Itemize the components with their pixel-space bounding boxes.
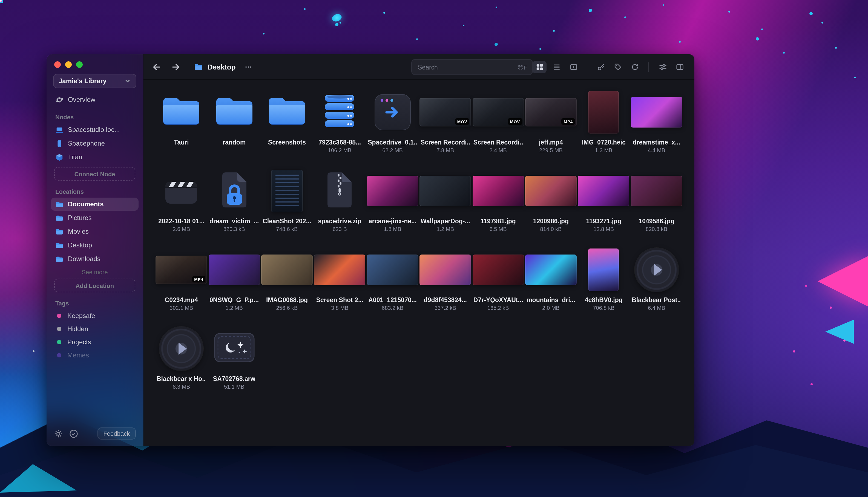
key-button[interactable] [594, 60, 608, 73]
sidebar-item-node[interactable]: Spacestudio.loc... [51, 123, 139, 136]
sidebar-item-node[interactable]: Titan [51, 151, 139, 164]
back-button[interactable] [151, 61, 162, 72]
sidebar-item-tag[interactable]: Keepsafe [51, 309, 139, 322]
laptop-icon [55, 126, 64, 134]
file-item[interactable]: D7r-YQoXYAUt...165.2 kB [473, 246, 523, 311]
file-item[interactable]: A001_1215070...683.2 kB [368, 246, 417, 311]
wallpaper-splash [331, 13, 342, 23]
library-switcher[interactable]: Jamie's Library [53, 74, 136, 88]
file-item[interactable]: 1193271.jpg12.8 MB [579, 168, 628, 232]
file-thumbnail [214, 89, 254, 136]
search-input[interactable] [417, 63, 514, 71]
minimize-button[interactable] [65, 61, 72, 68]
file-thumbnail [419, 168, 471, 215]
sidebar-item-location[interactable]: Movies [51, 225, 139, 238]
image-thumbnail [631, 97, 682, 128]
audio-thumbnail [635, 248, 678, 292]
layout-sidebar-button[interactable] [672, 60, 687, 73]
file-item[interactable]: IMG_0720.heic1.3 MB [579, 89, 628, 153]
sidebar-item-location[interactable]: Documents [51, 198, 139, 211]
filters-button[interactable] [656, 60, 670, 73]
file-thumbnail [159, 325, 203, 372]
see-more[interactable]: See more [46, 269, 143, 275]
file-thumbnail [261, 246, 313, 293]
sidebar-item-location[interactable]: Downloads [51, 252, 139, 266]
tag-label: Hidden [67, 325, 88, 332]
file-item[interactable]: arcane-jinx-ne...1.8 MB [368, 168, 417, 232]
zip-file-icon [325, 171, 354, 211]
feedback-button[interactable]: Feedback [97, 427, 136, 440]
sidebar-item-tag[interactable]: Hidden [51, 322, 139, 335]
image-thumbnail [588, 248, 619, 291]
close-button[interactable] [54, 61, 61, 68]
file-item[interactable]: mountains_dri...2.0 MB [526, 246, 576, 311]
more-options-button[interactable] [243, 63, 254, 71]
file-item[interactable]: Blackbear x Ho...8.3 MB [157, 325, 206, 390]
file-item[interactable]: IMAG0068.jpg256.6 kB [262, 246, 312, 311]
file-item[interactable]: spacedrive.zip623 B [315, 168, 364, 232]
file-item[interactable]: 1200986.jpg814.0 kB [526, 168, 576, 232]
search-box[interactable]: ⌘F [411, 59, 533, 75]
file-name: dreamstime_x... [633, 139, 681, 146]
add-location-button[interactable]: Add Location [54, 279, 135, 292]
forward-button[interactable] [170, 61, 181, 72]
location-label: Movies [68, 228, 89, 236]
file-item[interactable]: Blackbear Post...6.4 MB [632, 246, 681, 311]
zoom-button[interactable] [76, 61, 83, 68]
sidebar-item-tag[interactable]: Projects [51, 336, 139, 348]
file-item[interactable]: random [209, 89, 259, 153]
list-view-button[interactable] [549, 60, 563, 73]
tag-button[interactable] [611, 60, 625, 73]
file-size: 51.1 MB [224, 384, 244, 390]
file-thumbnail [525, 246, 577, 293]
sidebar-item-node[interactable]: Spacephone [51, 137, 139, 150]
file-size: 302.1 MB [170, 305, 193, 311]
file-item[interactable]: dreamstime_x...4.4 MB [632, 89, 681, 153]
file-item[interactable]: MOVScreen Recordi...7.8 MB [421, 89, 470, 153]
refresh-button[interactable] [628, 60, 642, 73]
connect-node-button[interactable]: Connect Node [54, 167, 135, 181]
file-name: 1200986.jpg [533, 218, 569, 224]
file-item[interactable]: Tauri [157, 89, 206, 153]
file-item[interactable]: MP4jeff.mp4229.5 MB [526, 89, 576, 153]
file-thumbnail [635, 246, 678, 293]
tag-dot [57, 340, 61, 344]
check-circle-icon[interactable] [69, 429, 78, 438]
file-item[interactable]: 1197981.jpg6.5 MB [473, 168, 523, 232]
file-item[interactable]: d9d8f453824...337.2 kB [421, 246, 470, 311]
refresh-icon [631, 63, 639, 71]
file-item[interactable]: 1049586.jpg820.8 kB [632, 168, 681, 232]
file-size: 3.8 MB [331, 305, 348, 311]
sidebar: Jamie's Library Overview Nodes Spacestud… [46, 54, 143, 446]
screenshot-thumbnail [271, 170, 303, 212]
file-item[interactable]: WallpaperDog-...1.2 MB [421, 168, 470, 232]
sidebar-item-location[interactable]: Desktop [51, 239, 139, 252]
file-item[interactable]: Screen Shot 2...3.8 MB [315, 246, 364, 311]
filters-icon [659, 63, 667, 71]
file-thumbnail [631, 89, 682, 136]
file-item[interactable]: 7923c368-85...106.2 MB [315, 89, 364, 153]
file-item[interactable]: 2022-10-18 01...2.6 MB [157, 168, 206, 232]
file-item[interactable]: 0NSWQ_G_P.p...1.2 MB [209, 246, 259, 311]
toolbar-divider [648, 62, 649, 71]
image-thumbnail [578, 176, 630, 207]
ellipsis-icon [244, 63, 253, 71]
file-item[interactable]: CleanShot 202...748.6 kB [262, 168, 312, 232]
grid-view-button[interactable] [532, 60, 547, 73]
file-item[interactable]: 4c8hBV0.jpg706.8 kB [579, 246, 628, 311]
media-view-button[interactable] [566, 60, 580, 73]
sidebar-item-overview[interactable]: Overview [51, 93, 139, 106]
sidebar-item-tag[interactable]: Memes [51, 349, 139, 361]
gear-icon[interactable] [54, 429, 63, 438]
file-item[interactable]: SA702768.arw51.1 MB [209, 325, 259, 390]
file-item[interactable]: Screenshots [262, 89, 312, 153]
file-name: 4c8hBV0.jpg [585, 297, 623, 303]
tags-header: Tags [55, 300, 134, 307]
file-item[interactable]: MOVScreen Recordi...2.4 MB [473, 89, 523, 153]
file-item[interactable]: dream_victim_...820.3 kB [209, 168, 259, 232]
sidebar-item-location[interactable]: Pictures [51, 211, 139, 224]
raw-image-icon [214, 333, 254, 365]
file-thumbnail: MP4 [155, 246, 207, 293]
file-item[interactable]: Spacedrive_0.1...62.2 MB [368, 89, 417, 153]
file-item[interactable]: MP4C0234.mp4302.1 MB [157, 246, 206, 311]
